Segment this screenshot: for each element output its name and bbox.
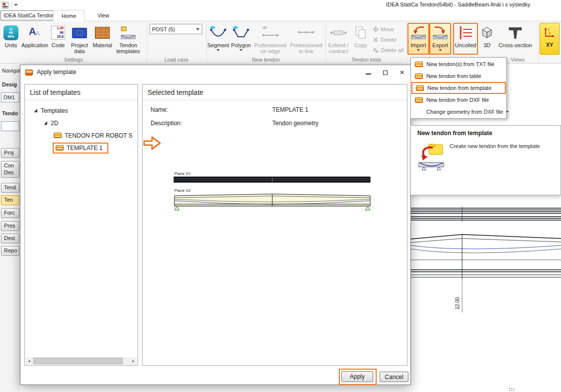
nav-button-report[interactable]: Repo: [1, 246, 19, 256]
navigator-panel: Navigat Desig DM1 Tendo Proj Con Des Ten…: [0, 64, 20, 392]
polygon-dropdown-icon[interactable]: [240, 49, 242, 51]
3d-button[interactable]: 3D: [478, 23, 496, 55]
svg-text:X: X: [549, 32, 551, 35]
minimize-button[interactable]: [360, 65, 377, 80]
units-button[interactable]: m kN MPa Units: [1, 23, 21, 55]
selected-template-header: Selected template: [143, 84, 407, 100]
tree-item-template-1[interactable]: TEMPLATE 1: [25, 142, 138, 154]
scrollbar-thumb[interactable]: [33, 358, 123, 364]
move-icon: [373, 26, 379, 32]
qat-separator: [11, 2, 11, 8]
dimension-label: 12.00: [455, 297, 460, 310]
nav-button-project[interactable]: Proj: [1, 148, 19, 158]
menu-item-change-geometry-dxf[interactable]: Change geometry from DXF file: [411, 106, 506, 118]
design-member-select[interactable]: DM1: [1, 92, 19, 102]
code-button[interactable]: 1,45 90 25.8 Code: [49, 23, 68, 55]
tendon-dxf-icon: [415, 97, 423, 103]
xy-plane-button[interactable]: Y X XY: [540, 23, 560, 55]
menu-item-new-tendon-table[interactable]: New tendon from table: [411, 70, 506, 82]
qat-dropdown-icon[interactable]: [14, 4, 18, 6]
tendon-templates-button[interactable]: Tendon templates: [113, 23, 143, 56]
code-icon: 1,45 90 25.8: [51, 26, 65, 40]
copy-button: Copy: [351, 23, 371, 55]
export-button[interactable]: Export: [429, 23, 451, 55]
menu-item-new-tendon-dxf[interactable]: New tendon from DXF file: [411, 94, 506, 106]
import-dropdown-icon[interactable]: [417, 49, 420, 51]
description-value: Tendon geometry: [272, 120, 319, 127]
import-dropdown-menu: New tendon(s) from TXT file New tendon f…: [410, 57, 507, 119]
description-label: Description:: [151, 120, 182, 127]
scroll-right-icon[interactable]: ►: [130, 357, 137, 365]
dialog-title-bar: Apply template ✕: [20, 65, 410, 80]
quick-access-toolbar: [2, 1, 18, 9]
import-button[interactable]: Import: [407, 23, 429, 55]
app-menu-button[interactable]: IDEA StatiCa Tendon: [0, 10, 58, 20]
menu-item-new-tendon-template[interactable]: New tendon from template: [411, 82, 506, 94]
apply-button[interactable]: Apply: [341, 371, 373, 382]
ribbon-group-settings: m kN MPa Units A A Application 1,45: [1, 21, 146, 63]
title-bar: IDEA StatiCa Tendon(64bit) - SaddleBeam-…: [0, 0, 561, 10]
polygon-button[interactable]: Polygon: [230, 23, 252, 55]
navigator-design-label: Desig: [2, 81, 17, 87]
extend-contract-icon: [330, 26, 347, 40]
combo-arrow-icon: [196, 28, 200, 30]
nav-button-design[interactable]: Desi: [1, 234, 19, 243]
cancel-button[interactable]: Cancel: [380, 372, 408, 382]
expander-icon[interactable]: [34, 109, 37, 112]
tab-view[interactable]: View: [89, 10, 117, 21]
tendon-file-icon: [415, 62, 423, 67]
segment-dropdown-icon[interactable]: [217, 49, 220, 51]
segment-icon: [210, 26, 227, 40]
extend-contract-button: Extend / contract: [326, 23, 351, 56]
uncoiled-button[interactable]: Uncoiled: [453, 23, 478, 55]
close-button[interactable]: ✕: [394, 65, 410, 80]
units-icon: m kN MPa: [3, 25, 18, 40]
submenu-arrow-icon: [506, 111, 509, 113]
apply-template-dialog: Apply template ✕ List of templates Templ…: [20, 65, 411, 385]
load-case-select[interactable]: POST (5): [150, 24, 202, 34]
segment-button[interactable]: Segment: [207, 23, 230, 55]
tab-home[interactable]: Home: [53, 10, 84, 21]
window-title: IDEA StatiCa Tendon(64bit) - SaddleBeam-…: [386, 1, 530, 7]
horizontal-scrollbar[interactable]: ◄ ►: [25, 357, 137, 365]
tendon-select[interactable]: [1, 121, 19, 131]
tendon-table-icon: [415, 74, 423, 79]
maximize-icon: [383, 71, 388, 75]
cube-3d-icon: [480, 25, 494, 40]
import-icon: [410, 25, 426, 40]
tree-node-2d[interactable]: 2D: [25, 117, 138, 129]
material-button[interactable]: Material: [91, 23, 113, 55]
nav-button-forces[interactable]: Forc: [1, 208, 19, 218]
nav-button-tendon-selected[interactable]: Ten: [1, 195, 19, 205]
delete-all-button: Delete all: [371, 46, 405, 55]
app-icon[interactable]: [2, 2, 8, 8]
template-preview: Plane XY Plane XZ: [173, 170, 371, 220]
templates-tree: Templates 2D TENDON FOR ROBOT S TEMPLATE…: [25, 100, 138, 154]
tooltip-text: Create new tendon from the template: [450, 143, 556, 150]
nav-button-tendons[interactable]: Tend: [1, 183, 19, 193]
export-dropdown-icon[interactable]: [439, 49, 442, 51]
delete-button: Delete: [371, 35, 405, 44]
templates-list-panel: List of templates Templates 2D TENDON FO…: [24, 84, 138, 366]
nav-button-concrete-design[interactable]: Con Des: [1, 161, 19, 178]
ribbon-group-new-tendon: Segment Polygon: [207, 21, 325, 63]
name-label: Name:: [151, 106, 168, 113]
delete-all-icon: [373, 47, 379, 53]
cross-section-button[interactable]: Cross-section: [496, 23, 535, 55]
tree-node-templates[interactable]: Templates: [25, 104, 138, 117]
application-button[interactable]: A A Application: [21, 23, 49, 55]
menu-item-new-tendon-txt[interactable]: New tendon(s) from TXT file: [411, 58, 506, 70]
resize-grip[interactable]: [509, 387, 515, 391]
scroll-left-icon[interactable]: ◄: [25, 357, 33, 365]
delete-icon: [373, 37, 379, 43]
tree-item-tendon-for-robot[interactable]: TENDON FOR ROBOT S: [25, 129, 138, 142]
copy-icon: [352, 26, 369, 40]
apply-arrow-icon: [143, 135, 161, 153]
material-icon: [95, 27, 110, 39]
dialog-icon: [25, 70, 33, 76]
project-data-button[interactable]: Project data: [68, 23, 91, 56]
maximize-button[interactable]: [377, 65, 394, 80]
expander-icon[interactable]: [44, 121, 47, 125]
export-icon: [432, 25, 448, 40]
nav-button-prestress[interactable]: Pres: [1, 221, 19, 231]
